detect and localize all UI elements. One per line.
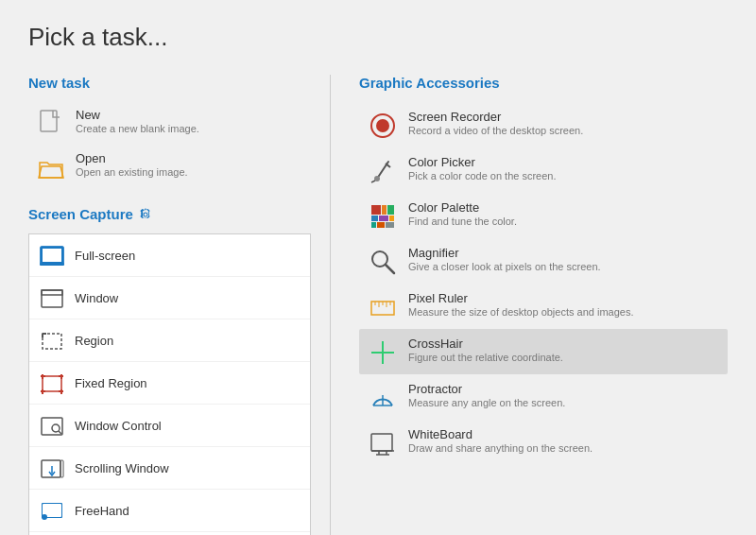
crosshair-text: CrossHair Figure out the relative coordi… xyxy=(408,337,563,363)
svg-rect-6 xyxy=(42,290,62,295)
svg-rect-42 xyxy=(389,216,394,221)
magnifier-icon xyxy=(369,248,397,276)
columns: New task New Create a new blank image. xyxy=(28,75,728,535)
color-palette-icon xyxy=(369,202,397,231)
svg-rect-3 xyxy=(43,249,61,262)
tool-color-picker[interactable]: Color Picker Pick a color code on the sc… xyxy=(359,147,728,193)
svg-line-47 xyxy=(386,265,394,273)
task-new-text: New Create a new blank image. xyxy=(76,108,199,134)
page-title: Pick a task... xyxy=(28,23,728,52)
tool-screen-recorder[interactable]: Screen Recorder Record a video of the de… xyxy=(359,102,728,147)
graphic-accessories-title: Graphic Accessories xyxy=(359,75,728,91)
capture-window[interactable]: Window xyxy=(29,277,310,319)
full-screen-icon xyxy=(39,243,65,269)
svg-rect-44 xyxy=(377,222,385,228)
svg-point-27 xyxy=(42,514,47,520)
svg-rect-37 xyxy=(371,205,381,215)
tool-protractor[interactable]: Protractor Measure any angle on the scre… xyxy=(359,374,728,420)
scrolling-window-icon xyxy=(39,456,65,482)
crosshair-icon xyxy=(369,338,397,367)
task-open[interactable]: Open Open an existing image. xyxy=(28,146,311,189)
screen-capture-title: Screen Capture xyxy=(28,206,311,222)
screen-recorder-text: Screen Recorder Record a video of the de… xyxy=(408,110,583,136)
fixed-region-icon xyxy=(39,371,65,397)
protractor-icon xyxy=(369,384,397,412)
tool-magnifier[interactable]: Magnifier Give a closer look at pixels o… xyxy=(359,238,728,284)
magnifier-text: Magnifier Give a closer look at pixels o… xyxy=(408,246,601,272)
screen-capture-section: Screen Capture xyxy=(28,206,311,535)
region-icon xyxy=(39,328,65,354)
gear-icon[interactable] xyxy=(139,208,152,221)
svg-rect-45 xyxy=(386,222,394,228)
new-file-icon xyxy=(36,110,66,140)
color-picker-icon xyxy=(369,157,397,185)
color-palette-text: Color Palette Find and tune the color. xyxy=(408,200,517,227)
svg-rect-59 xyxy=(371,434,392,451)
open-file-icon xyxy=(36,153,66,183)
capture-fixed-region[interactable]: Fixed Region xyxy=(29,362,310,405)
pixel-ruler-text: Pixel Ruler Measure the size of desktop … xyxy=(408,291,633,318)
svg-line-36 xyxy=(371,181,375,182)
task-new[interactable]: New Create a new blank image. xyxy=(28,102,311,146)
svg-rect-38 xyxy=(382,205,387,215)
svg-point-32 xyxy=(376,119,389,132)
svg-rect-40 xyxy=(371,216,378,221)
svg-rect-5 xyxy=(42,290,62,307)
tool-whiteboard[interactable]: WhiteBoard Draw and share anything on th… xyxy=(359,420,728,465)
capture-freehand[interactable]: FreeHand xyxy=(29,490,310,532)
svg-line-21 xyxy=(59,431,61,434)
svg-rect-23 xyxy=(60,460,63,477)
whiteboard-icon xyxy=(369,429,397,457)
tool-color-palette[interactable]: Color Palette Find and tune the color. xyxy=(359,193,728,238)
whiteboard-text: WhiteBoard Draw and share anything on th… xyxy=(408,427,593,454)
capture-window-control[interactable]: Window Control xyxy=(29,405,310,447)
svg-rect-41 xyxy=(379,216,388,221)
freehand-icon xyxy=(39,498,65,525)
main-container: Pick a task... New task xyxy=(0,0,756,535)
svg-rect-43 xyxy=(371,222,376,228)
capture-full-screen[interactable]: Full-screen xyxy=(29,234,310,277)
color-picker-text: Color Picker Pick a color code on the sc… xyxy=(408,155,557,181)
capture-scrolling-window[interactable]: Scrolling Window xyxy=(29,447,310,490)
pixel-ruler-icon xyxy=(369,293,397,321)
window-icon xyxy=(39,285,65,312)
capture-region[interactable]: Region xyxy=(29,319,310,362)
right-column: Graphic Accessories Screen Recorder Reco… xyxy=(331,75,728,535)
task-open-text: Open Open an existing image. xyxy=(76,151,188,178)
protractor-text: Protractor Measure any angle on the scre… xyxy=(408,382,565,408)
svg-rect-7 xyxy=(43,334,61,349)
svg-rect-0 xyxy=(41,111,57,131)
svg-rect-39 xyxy=(387,205,394,215)
screen-capture-list[interactable]: Full-screen Window xyxy=(28,233,311,535)
new-task-section: New task New Create a new blank image. xyxy=(28,75,311,189)
window-control-icon xyxy=(39,413,65,440)
svg-rect-10 xyxy=(43,376,61,391)
new-task-title: New task xyxy=(28,75,311,91)
left-column: New task New Create a new blank image. xyxy=(28,75,331,535)
tool-crosshair[interactable]: CrossHair Figure out the relative coordi… xyxy=(359,329,728,374)
screen-recorder-icon xyxy=(369,112,397,140)
svg-point-20 xyxy=(52,424,60,432)
svg-rect-4 xyxy=(40,263,64,266)
tool-pixel-ruler[interactable]: Pixel Ruler Measure the size of desktop … xyxy=(359,284,728,329)
